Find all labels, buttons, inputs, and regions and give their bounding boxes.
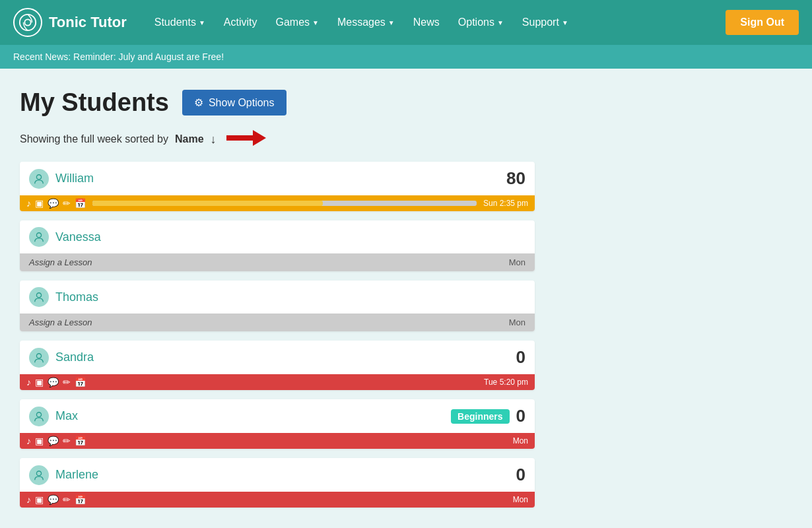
chat-icon[interactable]: 💬 xyxy=(48,198,59,209)
nav-item-students[interactable]: Students ▼ xyxy=(147,11,213,34)
student-card-header: Sandra 0 xyxy=(20,341,535,374)
nav-item-games[interactable]: Games ▼ xyxy=(267,11,326,34)
calendar-icon[interactable]: 📅 xyxy=(75,377,86,387)
svg-point-7 xyxy=(36,412,41,416)
music-icon[interactable]: ♪ xyxy=(26,494,31,505)
card-time: Tue 5:20 pm xyxy=(484,378,528,387)
assign-row: Assign a Lesson Mon xyxy=(20,253,535,271)
student-score: 0 xyxy=(516,347,525,368)
student-card-header: Max Beginners 0 xyxy=(20,399,535,433)
brand-logo xyxy=(13,8,42,37)
assign-row: Assign a Lesson Mon xyxy=(20,314,535,331)
svg-point-4 xyxy=(36,233,41,238)
card-footer: ♪ ▣ 💬 ✏ 📅 Tue 5:20 pm xyxy=(20,374,535,390)
progress-fill xyxy=(92,201,323,206)
main-content: My Students ⚙ Show Options Showing the f… xyxy=(0,69,812,527)
card-time: Mon xyxy=(513,495,528,504)
screen-icon[interactable]: ▣ xyxy=(35,494,44,505)
chat-icon[interactable]: 💬 xyxy=(48,377,59,387)
card-time: Sun 2:35 pm xyxy=(483,199,528,208)
student-icon xyxy=(29,465,49,485)
chevron-down-icon: ▼ xyxy=(199,19,205,26)
footer-icons: ♪ ▣ 💬 ✏ 📅 xyxy=(26,198,86,209)
svg-point-0 xyxy=(20,15,36,30)
chat-icon[interactable]: 💬 xyxy=(48,494,59,505)
student-score: 80 xyxy=(506,168,525,189)
card-footer: ♪ ▣ 💬 ✏ 📅 Sun 2:35 pm xyxy=(20,195,535,211)
nav-links: Students ▼ Activity Games ▼ Messages ▼ N… xyxy=(147,11,726,34)
sign-out-button[interactable]: Sign Out xyxy=(726,10,799,35)
svg-point-6 xyxy=(36,353,41,358)
student-score: 0 xyxy=(516,465,525,485)
chevron-down-icon: ▼ xyxy=(388,19,395,26)
student-icon xyxy=(29,227,49,247)
student-card: Thomas Assign a Lesson Mon xyxy=(20,280,535,331)
screen-icon[interactable]: ▣ xyxy=(35,436,44,446)
student-card-header: Marlene 0 xyxy=(20,458,535,492)
nav-item-options[interactable]: Options ▼ xyxy=(450,11,512,34)
navbar-right: Sign Out xyxy=(726,10,799,35)
card-time: Mon xyxy=(513,436,528,446)
brand-name: Tonic Tutor xyxy=(49,14,127,31)
screen-icon[interactable]: ▣ xyxy=(35,377,44,387)
chevron-down-icon: ▼ xyxy=(497,19,504,26)
pencil-icon[interactable]: ✏ xyxy=(63,436,71,446)
navbar: Tonic Tutor Students ▼ Activity Games ▼ … xyxy=(0,0,812,45)
screen-icon[interactable]: ▣ xyxy=(35,198,44,209)
student-icon xyxy=(29,169,49,189)
student-card: Marlene 0 ♪ ▣ 💬 ✏ 📅 Mon xyxy=(20,458,535,508)
student-name: Thomas xyxy=(55,290,525,304)
svg-point-1 xyxy=(24,19,30,25)
card-footer: ♪ ▣ 💬 ✏ 📅 Mon xyxy=(20,492,535,508)
music-icon[interactable]: ♪ xyxy=(26,198,31,209)
show-options-button[interactable]: ⚙ Show Options xyxy=(182,90,287,116)
chat-icon[interactable]: 💬 xyxy=(48,436,59,446)
pencil-icon[interactable]: ✏ xyxy=(63,198,71,209)
gear-icon: ⚙ xyxy=(194,96,203,109)
nav-item-support[interactable]: Support ▼ xyxy=(514,11,576,34)
calendar-icon[interactable]: 📅 xyxy=(75,494,86,505)
nav-item-messages[interactable]: Messages ▼ xyxy=(329,11,403,34)
assign-lesson-text[interactable]: Assign a Lesson xyxy=(29,317,92,327)
chevron-down-icon: ▼ xyxy=(312,19,319,26)
student-name: Sandra xyxy=(55,350,510,364)
student-icon xyxy=(29,287,49,307)
svg-point-5 xyxy=(36,293,41,298)
page-header: My Students ⚙ Show Options xyxy=(20,88,792,117)
student-card-header: William 80 xyxy=(20,162,535,195)
student-list: William 80 ♪ ▣ 💬 ✏ 📅 Sun 2:35 pm xyxy=(20,162,792,508)
student-card-header: Vanessa xyxy=(20,220,535,253)
music-icon[interactable]: ♪ xyxy=(26,377,31,387)
student-card-header: Thomas xyxy=(20,280,535,314)
assign-day: Mon xyxy=(509,257,525,267)
pencil-icon[interactable]: ✏ xyxy=(63,494,71,505)
progress-bar xyxy=(92,201,477,206)
svg-marker-2 xyxy=(226,130,266,146)
brand: Tonic Tutor xyxy=(13,8,127,37)
student-name: Vanessa xyxy=(55,230,525,244)
calendar-icon[interactable]: 📅 xyxy=(75,436,86,446)
page-title: My Students xyxy=(20,88,169,117)
student-name: William xyxy=(55,172,500,185)
calendar-icon[interactable]: 📅 xyxy=(75,198,86,209)
student-card: William 80 ♪ ▣ 💬 ✏ 📅 Sun 2:35 pm xyxy=(20,162,535,211)
student-card: Vanessa Assign a Lesson Mon xyxy=(20,220,535,271)
footer-icons: ♪ ▣ 💬 ✏ 📅 xyxy=(26,377,86,387)
music-icon[interactable]: ♪ xyxy=(26,436,31,446)
nav-item-activity[interactable]: Activity xyxy=(216,11,265,34)
card-footer: ♪ ▣ 💬 ✏ 📅 Mon xyxy=(20,433,535,449)
sort-arrow-down-icon: ↓ xyxy=(211,133,217,147)
student-score: 0 xyxy=(516,406,525,426)
sort-info: Showing the full week sorted by Name ↓ xyxy=(20,130,792,148)
assign-lesson-text[interactable]: Assign a Lesson xyxy=(29,257,92,267)
student-card: Max Beginners 0 ♪ ▣ 💬 ✏ 📅 Mon xyxy=(20,399,535,449)
student-icon xyxy=(29,348,49,368)
student-name: Max xyxy=(55,409,444,423)
svg-point-3 xyxy=(36,174,41,179)
student-card: Sandra 0 ♪ ▣ 💬 ✏ 📅 Tue 5:20 pm xyxy=(20,341,535,390)
pencil-icon[interactable]: ✏ xyxy=(63,377,71,387)
student-name: Marlene xyxy=(55,468,510,482)
red-arrow-icon xyxy=(226,130,266,148)
nav-item-news[interactable]: News xyxy=(405,11,448,34)
footer-icons: ♪ ▣ 💬 ✏ 📅 xyxy=(26,436,86,446)
